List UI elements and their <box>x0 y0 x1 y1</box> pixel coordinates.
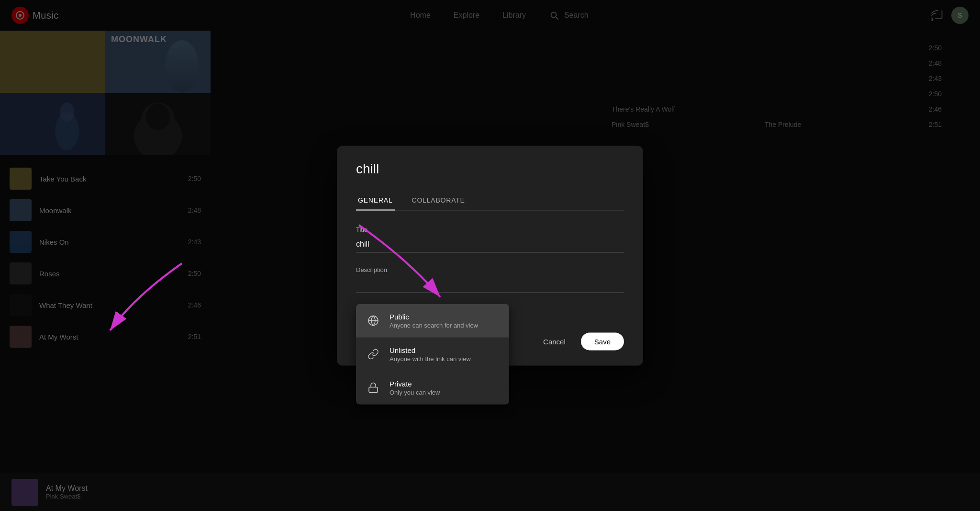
privacy-option-private[interactable]: Private Only you can view <box>356 371 509 404</box>
cancel-button[interactable]: Cancel <box>535 332 573 350</box>
privacy-option-public[interactable]: Public Anyone can search for and view <box>356 304 509 337</box>
title-input[interactable] <box>356 236 624 252</box>
privacy-option-unlisted[interactable]: Unlisted Anyone with the link can view <box>356 337 509 371</box>
unlisted-text: Unlisted Anyone with the link can view <box>390 346 471 362</box>
public-text: Public Anyone can search for and view <box>390 312 478 329</box>
description-label: Description <box>356 266 624 273</box>
dialog-tabs: GENERAL COLLABORATE <box>356 190 624 210</box>
private-icon <box>366 380 381 395</box>
description-field-group: Description <box>356 266 624 293</box>
public-desc: Anyone can search for and view <box>390 321 478 329</box>
unlisted-title: Unlisted <box>390 346 471 354</box>
public-icon <box>366 313 381 328</box>
title-field-label: Title <box>356 226 624 233</box>
private-desc: Only you can view <box>390 388 440 396</box>
unlisted-icon <box>366 346 381 362</box>
privacy-dropdown: Public Anyone can search for and view Un… <box>356 304 509 404</box>
unlisted-desc: Anyone with the link can view <box>390 355 471 362</box>
public-title: Public <box>390 312 478 320</box>
tab-collaborate[interactable]: COLLABORATE <box>410 190 467 210</box>
title-field-group: Title <box>356 226 624 252</box>
dialog-title: chill <box>356 161 624 176</box>
tab-general[interactable]: GENERAL <box>356 190 395 210</box>
save-button[interactable]: Save <box>581 332 624 350</box>
edit-playlist-dialog: chill GENERAL COLLABORATE Title Descript… <box>337 146 643 365</box>
private-title: Private <box>390 379 440 387</box>
private-text: Private Only you can view <box>390 379 440 396</box>
svg-rect-12 <box>369 387 378 392</box>
description-input[interactable] <box>356 276 624 293</box>
